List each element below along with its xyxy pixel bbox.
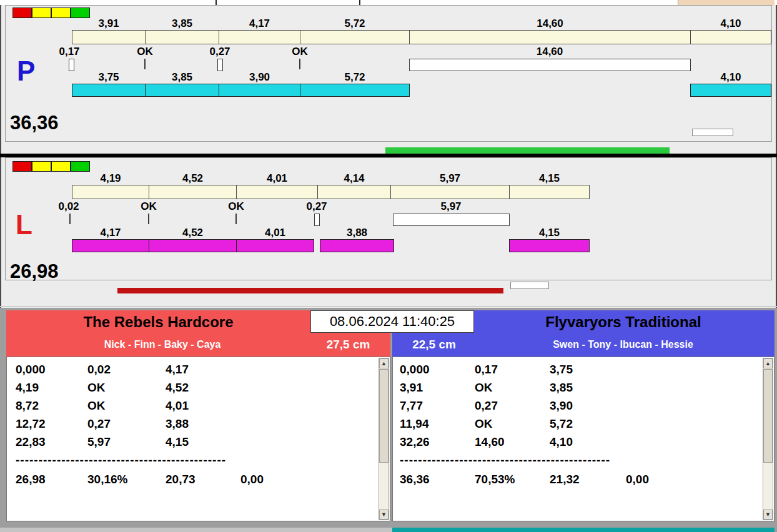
table-cell: OK — [87, 381, 106, 395]
scroll-up-icon: ▲ — [381, 360, 387, 367]
l-bottom-segment-label: 4,15 — [491, 227, 608, 239]
p-top-segment: 3,85 — [145, 30, 219, 44]
scrollbar-thumb[interactable] — [379, 369, 388, 463]
table-cell: 32,26 — [400, 435, 430, 449]
l-indicator-light-red — [12, 161, 32, 172]
p-gap-marker-box — [217, 59, 223, 71]
table-separator: ----------------------------------------… — [400, 453, 610, 467]
p-indicator-light-green — [71, 7, 90, 18]
scroll-down-button[interactable]: ▼ — [379, 510, 388, 520]
p-bottom-segment: 3,75 — [72, 84, 146, 97]
p-indicator-light-yellow — [51, 7, 71, 18]
table-cell: 3,90 — [550, 399, 573, 413]
table-cell: OK — [475, 417, 493, 431]
l-gap-label: 0,02 — [58, 200, 79, 213]
l-gap-label: 0,27 — [306, 200, 327, 213]
table-cell: 0,27 — [87, 417, 111, 431]
p-wide-gap-bar — [409, 59, 691, 71]
table-cell: 0,02 — [87, 363, 111, 377]
window-tab-divider — [359, 0, 360, 5]
l-gap-label: OK — [141, 200, 157, 213]
p-bottom-segment-label: 4,10 — [672, 71, 777, 84]
scroll-up-button[interactable]: ▲ — [379, 358, 388, 368]
summary-cell: 26,98 — [16, 473, 46, 486]
left-team-distance: 27,5 cm — [312, 338, 384, 352]
l-top-segment: 4,15 — [509, 185, 590, 199]
p-top-segment-label: 14,60 — [391, 17, 709, 30]
p-bottom-segment: 5,72 — [300, 84, 410, 97]
table-cell: 0,000 — [400, 363, 430, 377]
table-cell: 4,19 — [16, 381, 39, 395]
p-total-score: 36,36 — [10, 113, 59, 132]
l-top-segment: 4,19 — [72, 185, 149, 199]
left-table-scrollbar[interactable]: ▲ ▼ — [379, 358, 389, 520]
scroll-down-button[interactable]: ▼ — [763, 510, 773, 520]
table-cell: OK — [87, 399, 106, 413]
summary-cell: 0,00 — [240, 473, 264, 486]
l-bottom-segment: 4,01 — [236, 239, 314, 252]
left-team-name: The Rebels Hardcore — [6, 313, 310, 331]
p-top-segment: 4,17 — [219, 30, 300, 44]
p-indicator-light-red — [12, 7, 32, 18]
l-top-segment: 4,01 — [236, 185, 318, 199]
table-cell: 0,27 — [475, 399, 498, 413]
l-top-segment-label: 4,15 — [491, 172, 608, 185]
table-cell: 4,15 — [166, 435, 189, 449]
left-results-table — [6, 357, 390, 521]
bottom-strip-teal — [392, 528, 775, 532]
l-result-bar-red — [117, 288, 503, 293]
table-cell: 3,85 — [550, 381, 573, 395]
p-top-segment: 14,60 — [409, 30, 691, 44]
p-gap-label: OK — [137, 46, 153, 58]
table-cell: 3,75 — [550, 363, 573, 377]
datetime-display: 08.06.2024 11:40:25 — [310, 310, 474, 333]
groove-divider — [0, 306, 777, 307]
table-cell: 7,77 — [400, 399, 423, 413]
p-top-segment: 3,91 — [72, 30, 146, 44]
summary-cell: 70,53% — [475, 473, 515, 486]
l-bottom-segment: 4,17 — [72, 239, 149, 252]
l-bottom-segment: 3,88 — [320, 239, 394, 252]
l-gap-marker-tick — [148, 214, 149, 224]
right-table-scrollbar[interactable]: ▲ ▼ — [763, 358, 773, 520]
right-results-table — [392, 357, 775, 521]
summary-cell: 0,00 — [626, 473, 649, 486]
l-gap-marker-tick — [235, 214, 237, 224]
p-gap-marker-box — [69, 59, 74, 71]
bottom-strip-left — [0, 528, 392, 532]
table-cell: 4,52 — [166, 381, 189, 395]
scroll-up-button[interactable]: ▲ — [763, 358, 773, 368]
p-bottom-segment: 3,90 — [219, 84, 300, 97]
window-top-strip — [0, 0, 777, 5]
l-top-segment: 4,52 — [149, 185, 237, 199]
scrollbar-thumb[interactable] — [763, 369, 773, 463]
table-cell: 3,88 — [166, 417, 189, 431]
l-indicator-light-green — [71, 161, 90, 172]
right-team-name: Flyvaryors Traditional — [480, 313, 767, 331]
p-gap-label: 0,27 — [209, 46, 230, 58]
p-bottom-segment: 3,85 — [145, 84, 219, 97]
right-team-players: Swen - Tony - Ibucan - Hessie — [478, 339, 768, 350]
l-indicator-light-yellow — [51, 161, 71, 172]
table-cell: 0,000 — [16, 363, 46, 377]
p-player-letter: P — [17, 57, 35, 85]
table-cell: 5,72 — [550, 417, 573, 431]
summary-cell: 20,73 — [166, 473, 195, 486]
l-gap-marker-tick — [69, 214, 71, 224]
l-player-letter: L — [16, 211, 32, 239]
table-cell: OK — [475, 381, 493, 395]
window-tab-divider — [215, 0, 217, 5]
table-cell: 12,72 — [16, 417, 46, 431]
l-bottom-segment-label: 3,88 — [302, 227, 412, 239]
p-gap-label: OK — [292, 46, 308, 58]
summary-cell: 36,36 — [400, 473, 430, 486]
l-top-segment: 4,14 — [317, 185, 391, 199]
l-indicator-light-yellow — [32, 161, 51, 172]
table-cell: 22,83 — [16, 435, 46, 449]
l-bottom-segment: 4,52 — [149, 239, 237, 252]
table-cell: 14,60 — [475, 435, 505, 449]
table-cell: 4,17 — [166, 363, 189, 377]
scroll-down-icon: ▼ — [765, 511, 771, 518]
p-wide-gap-label: 14,60 — [537, 46, 563, 58]
table-cell: 11,94 — [400, 417, 429, 431]
